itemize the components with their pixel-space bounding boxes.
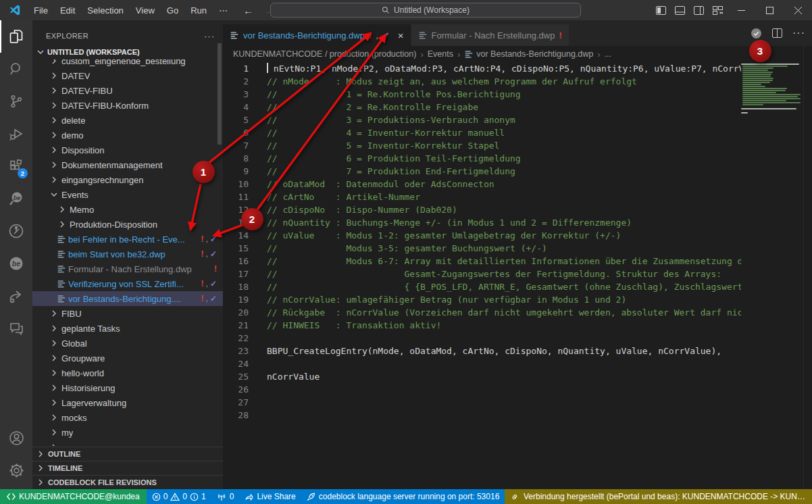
- code-line-26[interactable]: 26: [223, 383, 741, 396]
- code-line-15[interactable]: 15// Modus 3-5: gesamter Buchungswert (+…: [223, 242, 741, 255]
- tree-file-vor-bestands-berichtigung-[interactable]: vor Bestands-Berichtigung....!,✓: [32, 291, 223, 306]
- code-line-11[interactable]: 11// cArtNo : Artikel-Nummer: [223, 191, 741, 203]
- code-line-23[interactable]: 23BBPU_CreateLogEntry(nMode, oDataMod, c…: [223, 345, 741, 357]
- minimize-button[interactable]: [727, 0, 755, 20]
- pane-outline[interactable]: OUTLINE: [32, 447, 223, 461]
- explorer-icon[interactable]: [0, 20, 32, 53]
- tree-folder-demo[interactable]: demo: [32, 128, 223, 143]
- tree-folder-custom-eingehende-bestellung[interactable]: custom_eingehende_bestellung: [32, 59, 223, 68]
- be-portal-icon[interactable]: be: [0, 247, 32, 280]
- be-runtime-icon[interactable]: [0, 215, 32, 247]
- workspace-section-header[interactable]: UNTITLED (WORKSPACE): [32, 45, 223, 59]
- code-line-17[interactable]: 17// Gesamt-Zugangswertes der Fertigmeld…: [223, 268, 741, 280]
- menu-view[interactable]: View: [130, 5, 161, 16]
- code-line-14[interactable]: 14// uValue : Modus 1-2: gesamter Umlage…: [223, 229, 741, 242]
- tree-folder-memo[interactable]: Memo: [32, 202, 223, 217]
- code-line-13[interactable]: 13// nQuantity : Buchungs-Menge +/- (in …: [223, 216, 741, 229]
- run-debug-icon[interactable]: [0, 118, 32, 150]
- pane-codeblock-file-revisions[interactable]: CODEBLOCK FILE REVISIONS: [32, 475, 223, 489]
- breadcrumb-item[interactable]: KUNDENMATCHCODE / production (production…: [233, 49, 416, 59]
- pane-timeline[interactable]: TIMELINE: [32, 461, 223, 475]
- tree-folder-my[interactable]: my: [32, 425, 223, 440]
- tree-folder-events[interactable]: Events: [32, 187, 223, 202]
- tree-file-beim-start-von-be32-dwp[interactable]: beim Start von be32.dwp!,✓: [32, 247, 223, 261]
- account-icon[interactable]: [0, 422, 32, 454]
- breadcrumb-item[interactable]: vor Bestands-Berichtigung.dwp: [464, 49, 593, 59]
- split-editor-icon[interactable]: [772, 28, 782, 38]
- tree-folder-datev-fibu[interactable]: DATEV-FIBU: [32, 83, 223, 98]
- live-share-button[interactable]: Live Share: [239, 489, 301, 504]
- code-line-10[interactable]: 10// oDataMod : Datenmodul oder AdsConne…: [223, 178, 741, 191]
- code-line-28[interactable]: 28: [223, 409, 741, 422]
- tree-folder-datev[interactable]: DATEV: [32, 68, 223, 83]
- breadcrumb-item[interactable]: Events: [428, 49, 453, 59]
- code-line-22[interactable]: 22: [223, 332, 741, 345]
- toggle-sidebar-icon[interactable]: [651, 6, 670, 15]
- tab-formular-nach-erstellung[interactable]: Formular - Nach Erstellung.dwp !: [411, 24, 569, 46]
- code-line-8[interactable]: 8// 6 = Produktion Teil-Fertigmeldung: [223, 152, 741, 165]
- code-line-2[interactable]: 2// nMode : Modus zeigt an, aus welchem …: [223, 75, 741, 88]
- code-line-18[interactable]: 18// { {B_POS_LFD, ARTNR_E, Gesamtwert (…: [223, 280, 741, 293]
- code-line-25[interactable]: 25nCorrValue: [223, 370, 741, 383]
- toggle-panel-icon[interactable]: [670, 6, 689, 15]
- share-icon[interactable]: [0, 280, 32, 312]
- code-line-3[interactable]: 3// 1 = Re.Kontrolle Pos.Berichtigung: [223, 88, 741, 101]
- code-line-27[interactable]: 27: [223, 396, 741, 409]
- tree-folder-groupware[interactable]: Groupware: [32, 351, 223, 366]
- close-window-button[interactable]: [784, 0, 812, 20]
- code-line-19[interactable]: 19// nCorrValue: umlagefähiger Betrag (n…: [223, 293, 741, 306]
- customize-layout-icon[interactable]: [708, 6, 727, 15]
- problems-indicator[interactable]: 0 0 1: [147, 489, 211, 504]
- editor-scrollbar[interactable]: [803, 46, 812, 489]
- language-server-status[interactable]: codeblock language server running on por…: [301, 489, 505, 504]
- tree-folder-geplante-tasks[interactable]: geplante Tasks: [32, 321, 223, 336]
- nav-back-icon[interactable]: ←: [243, 5, 253, 16]
- extensions-icon[interactable]: 2: [0, 150, 32, 182]
- checkin-icon[interactable]: [751, 28, 762, 39]
- code-line-12[interactable]: 12// cDispoNo : Dispo-Nummer (Dab020): [223, 203, 741, 216]
- menu-run[interactable]: Run: [184, 5, 213, 16]
- breadcrumb[interactable]: KUNDENMATCHCODE / production (production…: [223, 46, 812, 62]
- tree-folder-lagerverwaltung[interactable]: Lagerverwaltung: [32, 395, 223, 410]
- tree-folder-delete[interactable]: delete: [32, 113, 223, 128]
- menu-[interactable]: ⋯: [213, 5, 234, 16]
- explorer-more-actions-icon[interactable]: ···: [204, 31, 215, 41]
- code-line-16[interactable]: 16// Modus 6-7: Array mit detaillierten …: [223, 255, 741, 268]
- menu-selection[interactable]: Selection: [81, 5, 129, 16]
- code-line-5[interactable]: 5// 3 = Produktions-Verbrauch anonym: [223, 114, 741, 126]
- tree-folder-partial[interactable]: [32, 440, 223, 446]
- code-line-21[interactable]: 21// HINWEIS : Transaktion aktiv!: [223, 319, 741, 332]
- tree-file-bei-fehler-in-be-recht-eve-[interactable]: bei Fehler in be-Recht - Eve...!,✓: [32, 232, 223, 247]
- toggle-secondary-sidebar-icon[interactable]: [689, 6, 708, 15]
- code-editor[interactable]: 1 nEvtNo:P1, nMode:P2, oDataMod:P3, cArt…: [223, 62, 741, 489]
- tree-folder-dokumentenmanagement[interactable]: Dokumentenmanagement: [32, 157, 223, 172]
- menu-edit[interactable]: Edit: [54, 5, 81, 16]
- code-line-7[interactable]: 7// 5 = Inventur-Korrektur Stapel: [223, 139, 741, 152]
- source-control-icon[interactable]: [0, 85, 32, 118]
- code-line-20[interactable]: 20// Rückgabe : nCorrValue (Vorzeichen d…: [223, 306, 741, 319]
- code-line-9[interactable]: 9// 7 = Produktion End-Fertigmeldung: [223, 165, 741, 178]
- settings-gear-icon[interactable]: [0, 454, 32, 486]
- ports-indicator[interactable]: 0: [211, 489, 240, 504]
- tree-folder-produktion-disposition[interactable]: Produktion-Disposition: [32, 217, 223, 232]
- tab-vor-bestands-berichtigung[interactable]: vor Bestands-Berichtigung.dwp ! , ✓ ×: [223, 24, 411, 46]
- tree-folder-global[interactable]: Global: [32, 336, 223, 351]
- feedback-icon[interactable]: [0, 312, 32, 345]
- tree-folder-hello-world[interactable]: hello-world: [32, 366, 223, 380]
- maximize-button[interactable]: [755, 0, 784, 20]
- editor-more-actions-icon[interactable]: ···: [792, 27, 805, 39]
- tab-close-icon[interactable]: ×: [398, 30, 404, 41]
- tree-file-verifizierung-von-ssl-zertifi-[interactable]: Verifizierung von SSL Zertifi...!,✓: [32, 276, 223, 291]
- command-center-search[interactable]: Untitled (Workspace): [270, 3, 581, 18]
- menu-file[interactable]: File: [28, 5, 54, 16]
- be-search-icon[interactable]: be: [0, 182, 32, 215]
- minimap[interactable]: [741, 64, 801, 266]
- tree-folder-eingangsrechnungen[interactable]: eingangsrechnungen: [32, 172, 223, 187]
- code-line-6[interactable]: 6// 4 = Inventur-Korrektur manuell: [223, 126, 741, 139]
- tree-folder-mocks[interactable]: mocks: [32, 410, 223, 425]
- code-line-4[interactable]: 4// 2 = Re.Kontrolle Freigabe: [223, 101, 741, 114]
- tree-folder-fibu[interactable]: FIBU: [32, 306, 223, 321]
- code-line-1[interactable]: 1 nEvtNo:P1, nMode:P2, oDataMod:P3, cArt…: [223, 62, 741, 75]
- breadcrumb-item[interactable]: ...: [605, 49, 611, 59]
- connection-status[interactable]: Verbindung hergestellt (bePortal und bea…: [505, 489, 812, 504]
